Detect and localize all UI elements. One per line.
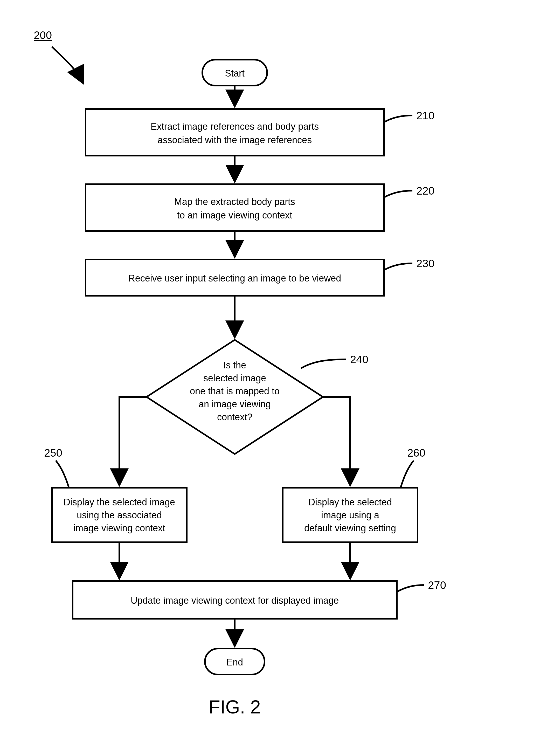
process-250: Display the selected image using the ass… <box>52 488 187 542</box>
ref-210: 210 <box>416 109 435 122</box>
ref-240: 240 <box>350 353 368 366</box>
process-230: Receive user input selecting an image to… <box>85 259 384 296</box>
leader-270 <box>397 585 424 591</box>
figure-ref-pointer <box>52 47 83 83</box>
leader-210 <box>384 115 412 122</box>
figure-caption: FIG. 2 <box>209 696 261 717</box>
process-270: Update image viewing context for display… <box>72 581 397 619</box>
process-250-line1: Display the selected image <box>64 497 175 508</box>
decision-240-line5: context? <box>217 412 252 422</box>
figure-ref-label: 200 <box>34 29 52 41</box>
ref-260: 260 <box>407 447 425 459</box>
end-label: End <box>226 657 243 668</box>
process-250-line3: image viewing context <box>73 523 165 533</box>
flowchart-diagram: 200 Start Extract image references and b… <box>0 0 540 756</box>
svg-rect-1 <box>85 109 384 156</box>
leader-220 <box>384 191 412 197</box>
ref-230: 230 <box>416 257 435 269</box>
leader-250 <box>56 461 69 487</box>
decision-240: Is the selected image one that is mapped… <box>147 340 323 454</box>
process-260-line1: Display the selected <box>308 497 392 508</box>
process-230-line1: Receive user input selecting an image to… <box>128 273 341 284</box>
process-250-line2: using the associated <box>77 510 162 521</box>
arrow-240-260 <box>323 397 350 485</box>
process-210-line1: Extract image references and body parts <box>151 121 319 132</box>
terminator-end: End <box>205 649 265 675</box>
ref-220: 220 <box>416 185 435 197</box>
leader-240 <box>301 359 346 369</box>
start-label: Start <box>225 68 245 78</box>
terminator-start: Start <box>202 60 267 85</box>
process-220-line2: to an image viewing context <box>177 210 292 221</box>
leader-260 <box>401 461 414 487</box>
process-220: Map the extracted body parts to an image… <box>85 184 384 231</box>
process-210-line2: associated with the image references <box>158 135 312 145</box>
decision-240-line2: selected image <box>203 373 266 383</box>
decision-240-line3: one that is mapped to <box>190 386 280 396</box>
ref-250: 250 <box>44 447 62 459</box>
decision-240-line4: an image viewing <box>199 399 271 409</box>
decision-240-line1: Is the <box>223 360 246 371</box>
process-260: Display the selected image using a defau… <box>283 488 418 542</box>
process-220-line1: Map the extracted body parts <box>174 196 295 207</box>
process-210: Extract image references and body parts … <box>85 109 384 156</box>
arrow-240-250 <box>119 397 147 485</box>
process-270-line1: Update image viewing context for display… <box>131 595 339 606</box>
ref-270: 270 <box>428 579 446 591</box>
svg-marker-4 <box>147 340 323 454</box>
process-260-line3: default viewing setting <box>304 523 396 533</box>
leader-230 <box>384 263 412 270</box>
process-260-line2: image using a <box>321 510 379 521</box>
svg-rect-2 <box>85 184 384 231</box>
